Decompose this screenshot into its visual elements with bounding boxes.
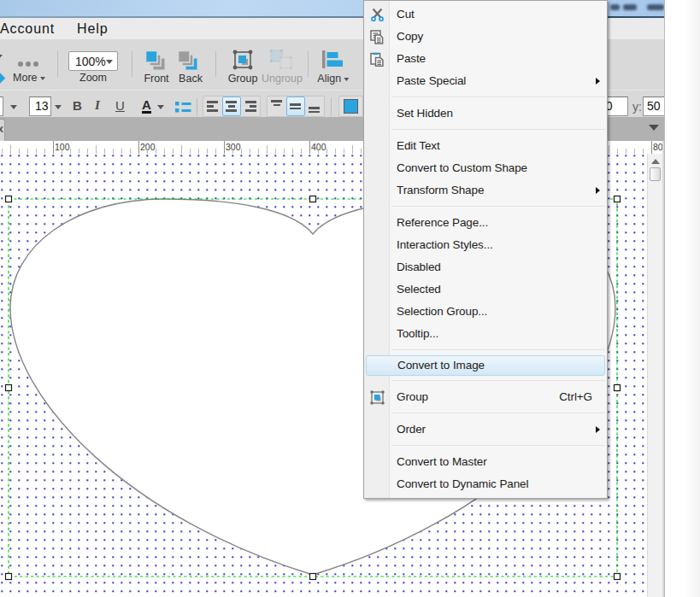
vertical-scrollbar[interactable] bbox=[647, 154, 662, 597]
ruler-tick bbox=[224, 141, 225, 154]
context-menu-item-label: Copy bbox=[397, 30, 423, 43]
zoom-combobox[interactable]: 100% bbox=[68, 51, 118, 71]
context-menu-item-label: Interaction Styles... bbox=[397, 238, 493, 251]
font-color-button[interactable]: A bbox=[142, 98, 151, 114]
vertical-align-group bbox=[267, 96, 325, 117]
context-menu-item-label: Set Hidden bbox=[397, 107, 453, 120]
tab-close-icon[interactable]: x bbox=[0, 123, 3, 135]
scroll-up-icon[interactable] bbox=[651, 159, 660, 164]
align-icon[interactable] bbox=[322, 50, 344, 69]
bullet-list-icon[interactable] bbox=[175, 101, 192, 114]
ruler-tick bbox=[96, 145, 97, 154]
bold-button[interactable]: B bbox=[73, 98, 82, 113]
context-menu-item-transform-shape[interactable]: Transform Shape bbox=[364, 179, 607, 202]
selection-handle[interactable] bbox=[615, 196, 621, 202]
context-menu-item-selection-group[interactable]: Selection Group... bbox=[364, 301, 607, 323]
align-center-button[interactable] bbox=[222, 97, 241, 116]
back-icon[interactable] bbox=[178, 50, 199, 72]
context-menu-item-disabled[interactable]: Disabled bbox=[364, 256, 607, 278]
ruler-tick bbox=[609, 145, 609, 154]
context-menu-item-convert-to-custom-shape[interactable]: Convert to Custom Shape bbox=[364, 157, 607, 179]
valign-top-button[interactable] bbox=[268, 97, 286, 116]
toolbar-separator bbox=[132, 51, 132, 77]
selection-handle[interactable] bbox=[6, 385, 12, 391]
page-tab[interactable]: x bbox=[0, 119, 5, 141]
valign-middle-button[interactable] bbox=[286, 97, 305, 116]
toolbar-separator bbox=[57, 51, 58, 77]
ungroup-button-label[interactable]: Ungroup bbox=[262, 73, 303, 85]
context-menu-item-reference-page[interactable]: Reference Page... bbox=[364, 212, 607, 234]
font-color-caret-icon[interactable] bbox=[157, 105, 164, 109]
context-menu-item-label: Transform Shape bbox=[397, 184, 484, 196]
front-button-label[interactable]: Front bbox=[144, 73, 168, 85]
label-text bbox=[33, 61, 38, 67]
align-bar-icon bbox=[207, 105, 214, 108]
align-bar-icon bbox=[309, 111, 320, 114]
y-coordinate-input[interactable]: 50 bbox=[643, 97, 665, 116]
align-bar-icon bbox=[226, 109, 237, 112]
y-coordinate-value: 50 bbox=[647, 99, 661, 113]
selection-handle[interactable] bbox=[310, 574, 316, 580]
caret-down-icon bbox=[344, 78, 350, 81]
align-bar-icon bbox=[245, 109, 256, 112]
underline-button[interactable]: U bbox=[115, 98, 125, 113]
fill-color-button[interactable] bbox=[338, 96, 363, 117]
titlebar-text-blob bbox=[610, 4, 620, 10]
selection-handle[interactable] bbox=[615, 385, 621, 391]
label-text bbox=[18, 61, 23, 67]
font-size-caret-icon[interactable] bbox=[55, 105, 62, 109]
context-menu-item-convert-to-image[interactable]: Convert to Image bbox=[366, 355, 605, 376]
toolbar-separator bbox=[197, 98, 197, 115]
toolbar-separator bbox=[308, 51, 309, 77]
context-menu-item-convert-to-master[interactable]: Convert to Master bbox=[364, 451, 607, 473]
context-menu-shortcut: Ctrl+G bbox=[559, 386, 592, 408]
more-button-label[interactable]: More bbox=[13, 72, 45, 84]
context-menu-item-paste-special[interactable]: Paste Special bbox=[364, 70, 607, 92]
scrollbar-thumb[interactable] bbox=[650, 167, 661, 181]
align-button-label[interactable]: Align bbox=[317, 73, 349, 85]
context-menu-separator bbox=[391, 380, 605, 381]
submenu-arrow-icon bbox=[596, 187, 600, 194]
font-family-caret-icon[interactable] bbox=[10, 105, 17, 109]
font-family-combobox[interactable] bbox=[0, 97, 3, 116]
menubar-item-account[interactable]: Account bbox=[0, 21, 55, 37]
submenu-arrow-icon bbox=[596, 78, 600, 85]
context-menu-item-order[interactable]: Order bbox=[364, 418, 607, 441]
context-menu-item-set-hidden[interactable]: Set Hidden bbox=[364, 102, 607, 125]
context-menu-item-tooltip[interactable]: Tooltip... bbox=[364, 323, 607, 345]
partial-button-icon[interactable] bbox=[0, 72, 5, 85]
valign-bottom-button[interactable] bbox=[305, 97, 324, 116]
selection-handle[interactable] bbox=[310, 196, 316, 202]
context-menu-item-convert-to-dynamic-panel[interactable]: Convert to Dynamic Panel bbox=[364, 473, 607, 495]
group-button-label[interactable]: Group bbox=[228, 73, 258, 85]
text-align-group bbox=[203, 96, 261, 117]
menubar-item-help[interactable]: Help bbox=[77, 21, 109, 37]
group-toolbar-icon[interactable] bbox=[232, 50, 253, 70]
more-dots-icon[interactable] bbox=[18, 55, 41, 70]
context-menu-item-edit-text[interactable]: Edit Text bbox=[364, 135, 607, 157]
align-bar-icon bbox=[290, 103, 301, 106]
tab-list-caret-icon[interactable] bbox=[649, 125, 659, 131]
front-icon[interactable] bbox=[145, 50, 167, 72]
context-menu-item-selected[interactable]: Selected bbox=[364, 278, 607, 301]
partial-button-caret-icon[interactable] bbox=[0, 55, 3, 59]
back-button-label[interactable]: Back bbox=[179, 73, 203, 85]
context-menu-items: CutCopyPastePaste SpecialSet HiddenEdit … bbox=[364, 3, 607, 495]
context-menu-item-cut[interactable]: Cut bbox=[364, 3, 607, 26]
align-left-button[interactable] bbox=[203, 97, 222, 116]
context-menu-item-interaction-styles[interactable]: Interaction Styles... bbox=[364, 234, 607, 256]
italic-button[interactable]: I bbox=[95, 98, 100, 113]
align-right-button[interactable] bbox=[241, 97, 260, 116]
context-menu-item-label: Convert to Master bbox=[397, 455, 487, 468]
y-coordinate-label: y: bbox=[632, 100, 642, 114]
context-menu-item-copy[interactable]: Copy bbox=[364, 26, 607, 48]
selection-handle[interactable] bbox=[6, 574, 12, 580]
zoom-caret-icon[interactable] bbox=[106, 60, 113, 64]
selection-handle[interactable] bbox=[615, 574, 621, 580]
ungroup-icon[interactable] bbox=[270, 50, 296, 70]
context-menu-item-paste[interactable]: Paste bbox=[364, 48, 607, 70]
context-menu-item-group[interactable]: GroupCtrl+G bbox=[364, 386, 607, 408]
selection-handle[interactable] bbox=[6, 196, 12, 202]
align-bar-icon bbox=[226, 101, 237, 103]
font-size-combobox[interactable]: 13 bbox=[29, 97, 51, 116]
